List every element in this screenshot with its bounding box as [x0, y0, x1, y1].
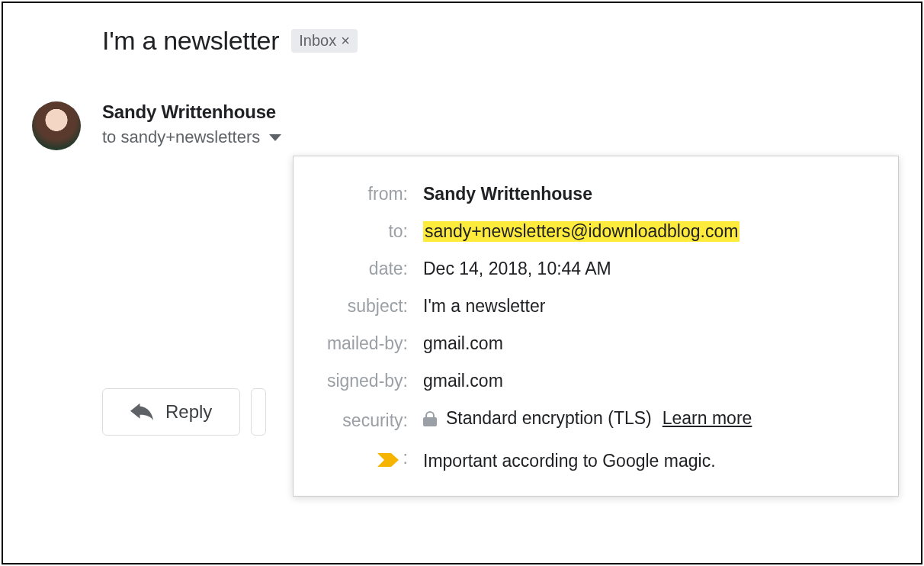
avatar[interactable]	[32, 101, 81, 150]
forward-button-partial[interactable]	[251, 388, 266, 436]
label-chip-text: Inbox	[299, 32, 336, 50]
label-importance: :	[309, 448, 423, 468]
detail-row-mailed-by: mailed-by: gmail.com	[309, 333, 868, 354]
value-subject: I'm a newsletter	[423, 296, 545, 317]
importance-marker-icon[interactable]	[377, 451, 399, 465]
learn-more-link[interactable]: Learn more	[663, 408, 752, 429]
label-from: from:	[309, 184, 423, 204]
subject-header: I'm a newsletter Inbox ×	[3, 3, 921, 56]
sender-info: Sandy Writtenhouse to sandy+newsletters	[102, 101, 281, 147]
message-details-popover: from: Sandy Writtenhouse to: sandy+newsl…	[293, 156, 899, 497]
lock-icon	[423, 411, 437, 426]
close-icon[interactable]: ×	[341, 32, 350, 50]
security-text: Standard encryption (TLS)	[446, 408, 652, 429]
action-row: Reply	[3, 388, 266, 436]
detail-row-importance: : Important according to Google magic.	[309, 448, 868, 472]
recipient-summary-line[interactable]: to sandy+newsletters	[102, 127, 281, 147]
value-to-email[interactable]: sandy+newsletters@idownloadblog.com	[423, 221, 740, 242]
chevron-down-icon[interactable]	[269, 134, 281, 141]
value-importance: Important according to Google magic.	[423, 451, 716, 471]
label-mailed-by: mailed-by:	[309, 333, 423, 354]
value-from: Sandy Writtenhouse	[423, 184, 592, 204]
detail-row-security: security: Standard encryption (TLS) Lear…	[309, 408, 868, 431]
label-date: date:	[309, 259, 423, 279]
value-mailed-by: gmail.com	[423, 333, 503, 354]
reply-button[interactable]: Reply	[102, 388, 240, 436]
detail-row-signed-by: signed-by: gmail.com	[309, 371, 868, 391]
email-view: I'm a newsletter Inbox × Sandy Writtenho…	[2, 2, 922, 564]
label-subject: subject:	[309, 296, 423, 317]
detail-row-subject: subject: I'm a newsletter	[309, 296, 868, 317]
label-to: to:	[309, 221, 423, 242]
value-security: Standard encryption (TLS) Learn more	[423, 408, 752, 429]
importance-colon: :	[403, 448, 408, 468]
recipient-summary-text: to sandy+newsletters	[102, 127, 260, 147]
sender-row: Sandy Writtenhouse to sandy+newsletters	[3, 56, 921, 150]
label-chip[interactable]: Inbox ×	[291, 29, 358, 53]
detail-row-to: to: sandy+newsletters@idownloadblog.com	[309, 221, 868, 242]
detail-row-from: from: Sandy Writtenhouse	[309, 184, 868, 204]
email-subject: I'm a newsletter	[102, 26, 279, 56]
detail-row-date: date: Dec 14, 2018, 10:44 AM	[309, 259, 868, 279]
label-security: security:	[309, 410, 423, 431]
value-date: Dec 14, 2018, 10:44 AM	[423, 259, 611, 279]
value-to: sandy+newsletters@idownloadblog.com	[423, 221, 740, 242]
label-signed-by: signed-by:	[309, 371, 423, 391]
reply-icon	[130, 403, 153, 421]
sender-name: Sandy Writtenhouse	[102, 101, 281, 123]
reply-label: Reply	[165, 401, 212, 423]
value-signed-by: gmail.com	[423, 371, 503, 391]
